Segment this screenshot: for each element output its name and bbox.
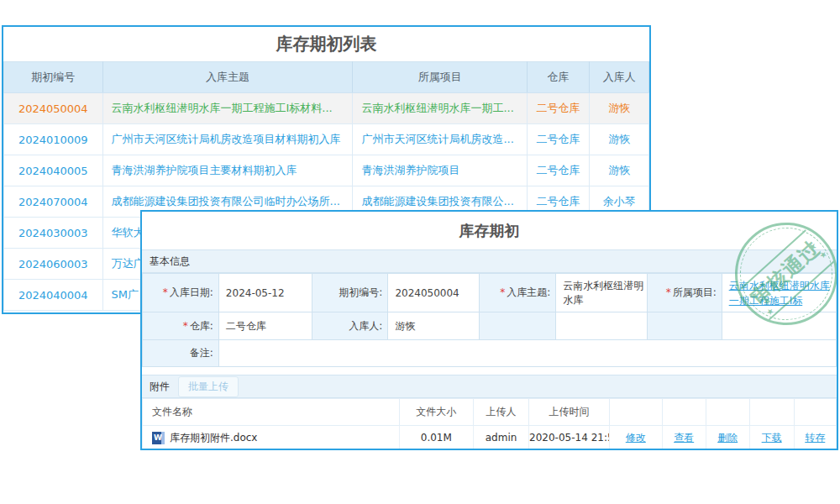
form-row: *仓库: 二号仓库 入库人: 游恢	[143, 312, 837, 340]
opening-no-link[interactable]: 2024060003	[18, 258, 88, 270]
warehouse-link[interactable]: 二号仓库	[537, 102, 580, 114]
list-title: 库存期初列表	[3, 27, 649, 61]
warehouse-link[interactable]: 二号仓库	[537, 195, 580, 207]
field-value-remark	[218, 340, 836, 367]
subject-link[interactable]: 云南水利枢纽潜明水库一期工程施工I标材料...	[112, 102, 333, 114]
required-asterisk: *	[666, 286, 671, 298]
field-label-opening-no: 期初编号:	[312, 274, 388, 312]
subject-link[interactable]: 成都能源建设集团投资有限公司临时办公场所...	[112, 195, 340, 207]
opening-no-link[interactable]: 2024040005	[18, 165, 88, 177]
col-header-subject: 入库主题	[102, 62, 353, 93]
col-header-empty	[609, 399, 662, 426]
attachment-header-row: 文件名称 文件大小 上传人 上传时间	[143, 399, 837, 426]
opening-no-link[interactable]: 2024050004	[18, 102, 88, 115]
opening-no-link[interactable]: 2024070004	[18, 196, 88, 208]
basic-info-section-header: 基本信息	[142, 249, 837, 273]
person-link[interactable]: 游恢	[608, 102, 630, 114]
modal-title: 库存期初	[142, 212, 837, 249]
opening-no-link[interactable]: 2024010009	[18, 134, 88, 146]
project-link[interactable]: 广州市天河区统计局机房改造...	[361, 133, 513, 145]
col-header-project: 所属项目	[353, 62, 527, 93]
field-label-entry-date: *入库日期:	[143, 274, 219, 312]
field-label-remark: 备注:	[143, 340, 219, 367]
attachment-label: 附件	[150, 380, 170, 394]
form-row: 备注:	[143, 340, 837, 367]
attachment-row: W 库存期初附件.docx 0.01M admin 2020-05-14 21:…	[143, 426, 837, 450]
table-row[interactable]: 2024050004 云南水利枢纽潜明水库一期工程施工I标材料... 云南水利枢…	[4, 93, 649, 124]
person-link[interactable]: 余小琴	[603, 195, 636, 207]
person-link[interactable]: 游恢	[608, 133, 630, 145]
subject-link[interactable]: SM广	[112, 288, 139, 301]
edit-link[interactable]: 修改	[626, 432, 646, 444]
attachment-upload-time: 2020-05-14 21:57	[529, 426, 610, 450]
table-row[interactable]: 2024010009 广州市天河区统计局机房改造项目材料期初入库 广州市天河区统…	[4, 124, 649, 155]
field-label-person: 入库人:	[312, 312, 388, 340]
project-link[interactable]: 云南水利枢纽潜明水库一期工程施工I标	[729, 278, 836, 308]
subject-link[interactable]: 青海洪湖养护院项目主要材料期初入库	[112, 164, 297, 176]
warehouse-link[interactable]: 二号仓库	[537, 133, 580, 145]
download-link[interactable]: 下载	[762, 432, 782, 444]
attachment-table: 文件名称 文件大小 上传人 上传时间 W 库存期初附件.docx 0.01M a…	[142, 398, 837, 450]
project-link[interactable]: 青海洪湖养护院项目	[361, 164, 459, 176]
field-label-subject: *入库主题:	[480, 274, 556, 312]
batch-upload-button[interactable]: 批量上传	[178, 376, 239, 397]
project-link[interactable]: 云南水利枢纽潜明水库一期工...	[361, 102, 513, 114]
required-asterisk: *	[500, 286, 505, 298]
transfer-link[interactable]: 转存	[805, 432, 825, 444]
view-link[interactable]: 查看	[674, 432, 694, 444]
table-row[interactable]: 2024040005 青海洪湖养护院项目主要材料期初入库 青海洪湖养护院项目 二…	[4, 155, 649, 186]
opening-no-link[interactable]: 2024030003	[18, 227, 88, 239]
field-label-empty	[648, 312, 722, 340]
field-label-empty	[480, 312, 556, 340]
attachment-file-size: 0.01M	[399, 426, 473, 450]
field-value-opening-no: 2024050004	[388, 274, 480, 312]
warehouse-link[interactable]: 二号仓库	[537, 164, 580, 176]
project-link[interactable]: 成都能源建设集团投资有限公...	[361, 195, 513, 207]
attachment-section-header: 附件 批量上传	[142, 375, 837, 398]
field-value-subject: 云南水利枢纽潜明水库	[556, 274, 648, 312]
opening-no-link[interactable]: 2024040004	[18, 289, 88, 302]
col-header-upload-time: 上传时间	[529, 399, 610, 426]
col-header-empty	[794, 399, 836, 426]
col-header-uploader: 上传人	[474, 399, 529, 426]
delete-link[interactable]: 删除	[717, 432, 738, 444]
field-value-entry-date: 2024-05-12	[218, 274, 312, 312]
field-value-warehouse: 二号仓库	[218, 312, 312, 340]
field-value-person: 游恢	[388, 312, 480, 340]
subject-link[interactable]: 万达广	[112, 257, 144, 270]
field-label-project: *所属项目:	[648, 274, 722, 312]
field-label-warehouse: *仓库:	[143, 312, 219, 340]
subject-link[interactable]: 华软大	[112, 226, 144, 239]
person-link[interactable]: 游恢	[608, 164, 630, 176]
inventory-opening-detail-modal: 库存期初 基本信息 *入库日期: 2024-05-12 期初编号: 202405…	[140, 210, 838, 450]
section-spacer	[142, 367, 837, 375]
required-asterisk: *	[183, 320, 188, 332]
table-header-row: 期初编号 入库主题 所属项目 仓库 入库人	[4, 62, 649, 93]
field-value-empty	[556, 312, 648, 340]
form-row: *入库日期: 2024-05-12 期初编号: 2024050004 *入库主题…	[143, 274, 837, 312]
attachment-file-name: 库存期初附件.docx	[170, 431, 257, 445]
col-header-person: 入库人	[590, 62, 649, 93]
col-header-file-size: 文件大小	[399, 399, 473, 426]
col-header-warehouse: 仓库	[527, 62, 589, 93]
col-header-empty	[749, 399, 794, 426]
basic-info-form: *入库日期: 2024-05-12 期初编号: 2024050004 *入库主题…	[142, 273, 837, 367]
required-asterisk: *	[163, 286, 168, 298]
field-value-empty	[722, 312, 836, 340]
subject-link[interactable]: 广州市天河区统计局机房改造项目材料期初入库	[112, 133, 341, 145]
col-header-file-name: 文件名称	[143, 399, 400, 426]
col-header-empty	[662, 399, 706, 426]
col-header-empty	[706, 399, 749, 426]
attachment-uploader: admin	[474, 426, 529, 450]
col-header-opening-no: 期初编号	[4, 62, 103, 93]
word-file-icon: W	[152, 432, 165, 444]
